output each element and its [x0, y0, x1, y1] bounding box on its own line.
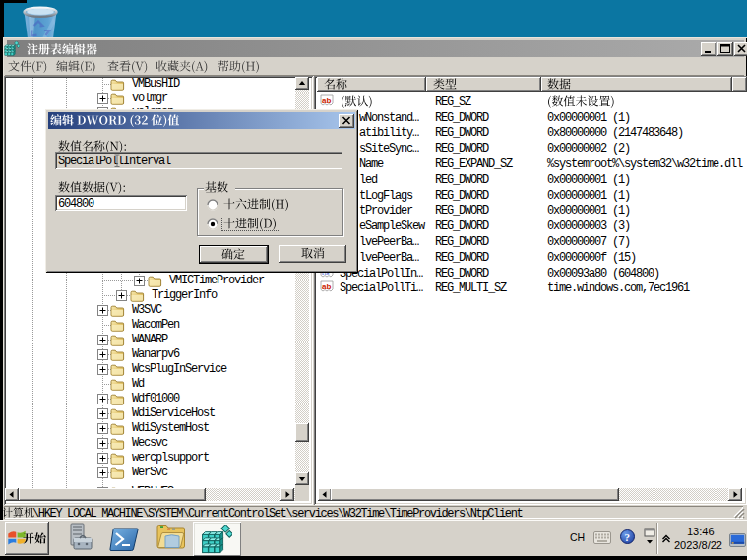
svg-text:?: ?: [624, 531, 630, 543]
svg-text:ab: ab: [322, 96, 331, 105]
svg-text:ab: ab: [322, 282, 331, 291]
